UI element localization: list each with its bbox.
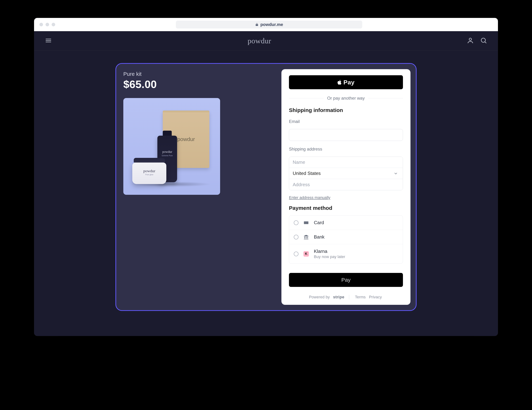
radio-klarna[interactable] bbox=[294, 252, 298, 256]
address-input[interactable] bbox=[289, 179, 403, 190]
terms-link[interactable]: Terms bbox=[355, 295, 366, 299]
klarna-icon: K bbox=[303, 251, 309, 257]
svg-point-3 bbox=[469, 38, 471, 40]
pm-klarna-sub: Buy now pay later bbox=[314, 254, 345, 259]
page-content: Pure kit $65.00 powdur powdur Extreme Pu… bbox=[34, 51, 498, 336]
pay-button[interactable]: Pay bbox=[289, 273, 403, 287]
product-summary: Pure kit $65.00 powdur powdur Extreme Pu… bbox=[122, 69, 274, 305]
payment-method-klarna[interactable]: K Klarna Buy now pay later bbox=[289, 244, 403, 263]
search-icon bbox=[480, 37, 487, 44]
pay-divider: Or pay another way bbox=[289, 96, 403, 101]
site-brand: powdur bbox=[247, 37, 271, 45]
powered-by: Powered by stripe bbox=[309, 295, 344, 299]
shipping-address-group: United States bbox=[289, 157, 403, 190]
window-close-icon[interactable] bbox=[39, 23, 43, 26]
product-jar-sub: Pure glow bbox=[132, 174, 166, 176]
card-icon bbox=[303, 220, 309, 225]
pm-card-label: Card bbox=[314, 220, 324, 225]
manual-address-link[interactable]: Enter address manually bbox=[289, 195, 403, 200]
stripe-logo: stripe bbox=[333, 295, 344, 299]
url-bar[interactable]: powdur.me bbox=[176, 21, 362, 28]
product-tube-label: powdur bbox=[157, 150, 177, 154]
window-minimize-icon[interactable] bbox=[46, 23, 49, 26]
pm-bank-label: Bank bbox=[314, 234, 324, 240]
user-icon bbox=[467, 37, 474, 44]
svg-point-4 bbox=[481, 38, 485, 42]
payment-method-card[interactable]: Card bbox=[289, 215, 403, 230]
product-image: powdur powdur Extreme Pure powdur Pure g… bbox=[123, 98, 220, 195]
account-button[interactable] bbox=[467, 37, 474, 45]
product-jar-label: powdur bbox=[132, 169, 166, 173]
product-price: $65.00 bbox=[123, 78, 272, 91]
svg-line-5 bbox=[485, 42, 486, 43]
url-text: powdur.me bbox=[260, 22, 283, 27]
payment-method-bank[interactable]: Bank bbox=[289, 230, 403, 244]
browser-chrome: powdur.me bbox=[34, 18, 498, 31]
shipping-heading: Shipping information bbox=[289, 107, 403, 113]
product-jar: powdur Pure glow bbox=[132, 163, 166, 184]
powered-by-label: Powered by bbox=[309, 295, 330, 299]
apple-icon bbox=[337, 80, 342, 85]
bank-icon bbox=[303, 234, 309, 240]
pay-divider-label: Or pay another way bbox=[327, 96, 365, 101]
pm-klarna-label: Klarna bbox=[314, 249, 345, 254]
browser-window: powdur.me powdur bbox=[34, 18, 498, 336]
chevron-down-icon bbox=[393, 171, 398, 176]
window-controls bbox=[39, 23, 55, 26]
product-box-label: powdur bbox=[177, 136, 195, 142]
payment-method-heading: Payment method bbox=[289, 205, 403, 211]
country-value: United States bbox=[293, 171, 321, 176]
privacy-link[interactable]: Privacy bbox=[369, 295, 382, 299]
payment-form: Pay Or pay another way Shipping informat… bbox=[281, 69, 410, 305]
search-button[interactable] bbox=[480, 37, 487, 45]
window-zoom-icon[interactable] bbox=[52, 23, 55, 26]
checkout-footer: Powered by stripe Terms Privacy bbox=[289, 295, 403, 299]
country-select[interactable]: United States bbox=[289, 168, 403, 179]
apple-pay-label: Pay bbox=[343, 79, 355, 86]
email-input[interactable] bbox=[289, 129, 403, 141]
hamburger-icon bbox=[45, 37, 52, 44]
shipping-address-label: Shipping address bbox=[289, 147, 403, 152]
radio-card[interactable] bbox=[294, 220, 298, 225]
lock-icon bbox=[255, 23, 259, 26]
payment-method-list: Card Bank K bbox=[289, 215, 403, 264]
product-tube-sub: Extreme Pure bbox=[157, 155, 177, 157]
email-label: Email bbox=[289, 119, 403, 124]
apple-pay-button[interactable]: Pay bbox=[289, 75, 403, 89]
site-header: powdur bbox=[34, 31, 498, 51]
name-input[interactable] bbox=[289, 157, 403, 168]
menu-button[interactable] bbox=[45, 37, 52, 45]
product-name: Pure kit bbox=[123, 71, 272, 77]
radio-bank[interactable] bbox=[294, 235, 298, 239]
checkout-panel: Pure kit $65.00 powdur powdur Extreme Pu… bbox=[115, 63, 417, 311]
